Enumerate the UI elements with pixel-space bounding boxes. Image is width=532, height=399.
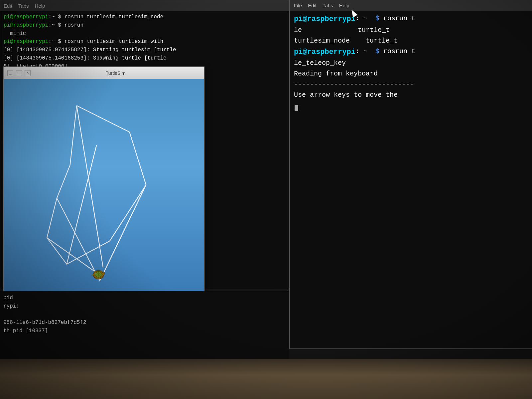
terminal-line: rypi: <box>3 302 286 311</box>
terminal-line: [0] [1484309075.140168253]: Spawning tur… <box>4 54 286 63</box>
terminal-right-menubar: File Edit Tabs Help <box>290 0 532 11</box>
terminal-divider: ------------------------------ <box>294 79 528 90</box>
turtle-sprite <box>91 270 105 279</box>
terminal-left-menubar: Edit Tabs Help <box>0 0 289 11</box>
maximize-button[interactable]: □ <box>16 70 22 76</box>
close-button[interactable]: × <box>25 70 31 76</box>
terminal-line: pid <box>3 294 286 302</box>
desk-surface <box>0 359 532 399</box>
terminal-line: pi@raspberrypi :~ $ rosrun <box>4 21 286 30</box>
menu-edit[interactable]: Edit <box>4 3 12 9</box>
terminal-line: mimic <box>4 30 286 38</box>
menu-edit[interactable]: Edit <box>308 3 317 8</box>
terminal-left-content: pi@raspberrypi :~ $ rosrun turtlesim tur… <box>0 11 289 73</box>
terminal-line <box>294 100 528 111</box>
terminal-line <box>3 311 286 319</box>
menu-help[interactable]: Help <box>35 3 45 9</box>
terminal-right-content: pi@raspberrypi : ~ $ rosrun t le turtle_… <box>290 11 532 114</box>
terminal-line: pi@raspberrypi :~ $ rosrun turtlesim tur… <box>4 13 286 21</box>
terminal-line: pi@raspberrypi : ~ $ rosrun t <box>294 13 528 25</box>
turtlesim-canvas <box>4 79 204 295</box>
turtlesim-titlebar: _ □ × TurtleSim <box>4 67 204 79</box>
terminal-cursor <box>295 105 298 111</box>
terminal-line: turtlesim_node turtle_t <box>294 36 528 46</box>
turtle-path-svg <box>4 79 204 295</box>
menu-tabs[interactable]: Tabs <box>18 3 29 9</box>
terminal-line: 988-11e6-b71d-b827ebf7d5f2 <box>3 319 286 327</box>
window-controls[interactable]: _ □ × <box>7 70 31 76</box>
prompt-user: pi@raspberrypi <box>4 38 48 46</box>
terminal-line: [0] [1484309075.074425827]: Starting tur… <box>4 46 286 54</box>
menu-tabs[interactable]: Tabs <box>323 3 333 8</box>
menu-file[interactable]: File <box>294 3 302 8</box>
terminal-line: Use arrow keys to move the <box>294 90 528 100</box>
terminal-line: Reading from keyboard <box>294 68 528 79</box>
terminal-line: le turtle_t <box>294 25 528 36</box>
terminal-line: th pid [10337] <box>3 327 286 335</box>
turtlesim-window[interactable]: _ □ × TurtleSim <box>3 66 204 296</box>
prompt-user: pi@raspberrypi <box>4 21 48 30</box>
turtlesim-title: TurtleSim <box>31 70 200 76</box>
hostname: pi@raspberrypi <box>294 46 355 58</box>
hostname: pi@raspberrypi <box>294 13 355 25</box>
minimize-button[interactable]: _ <box>7 70 13 76</box>
terminal-line: pi@raspberrypi :~ $ rosrun turtlesim tur… <box>4 38 286 46</box>
terminal-right[interactable]: File Edit Tabs Help pi@raspberrypi : ~ $… <box>289 0 532 349</box>
prompt-user: pi@raspberrypi <box>4 13 48 21</box>
menu-help[interactable]: Help <box>339 3 349 8</box>
terminal-line: pi@raspberrypi : ~ $ rosrun t <box>294 46 528 58</box>
terminal-line: le_teleop_key <box>294 58 528 68</box>
